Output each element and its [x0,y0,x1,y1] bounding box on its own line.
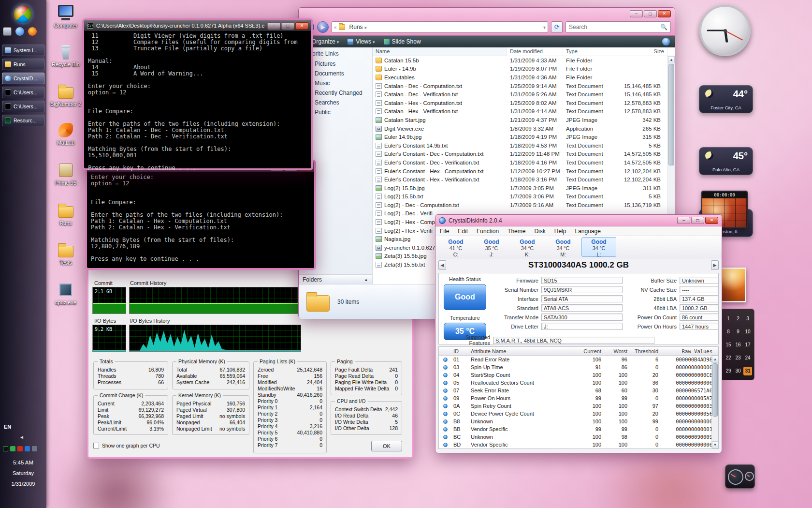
scroll-up-icon[interactable]: ▲ [668,56,675,63]
file-row[interactable]: Log(2) 15.5b.jpg 1/7/2009 3:05 PM JPEG I… [373,184,675,193]
address-bar[interactable]: « Runs ▸ ▾ [332,21,548,33]
crystaldiskinfo-titlebar[interactable]: CrystalDiskInfo 2.0.4 [435,215,722,226]
desktop-icon[interactable]: BigNumber 2 [47,83,84,107]
calendar-day[interactable]: 30 [734,367,742,375]
file-row[interactable]: Digit Viewer.exe 1/8/2009 3:32 AM Applic… [373,124,675,133]
help-icon[interactable]: ? [662,38,670,45]
file-row[interactable]: Euler 14.9b.jpg 1/18/2009 4:19 PM JPEG I… [373,133,675,141]
calendar-day[interactable]: 15 [724,341,733,349]
smart-col-threshold[interactable]: Threshold [629,348,660,354]
taskbar-button[interactable]: Runs [2,59,44,70]
desktop-icon[interactable]: Tests [47,242,84,266]
quick-launch-icon[interactable] [3,27,12,36]
tray-collapse-icon[interactable]: ◄ [19,434,24,440]
menu-item[interactable]: Edit [453,228,472,235]
menu-item[interactable]: Theme [503,228,530,235]
close-button[interactable] [658,10,671,17]
file-row[interactable]: Euler's Constant - Dec - Computation.txt… [373,150,675,159]
smart-attribute-row[interactable]: BD Vendor Specific 100 100 0 00000000000… [439,441,718,448]
menu-item[interactable]: Disk [530,228,550,235]
taskbar-clock-date[interactable]: 1/31/2009 [0,481,46,487]
weather-gadget[interactable]: 45° Palo Alto, CA [699,147,753,175]
chevron-up-icon[interactable]: ▲ [364,277,368,282]
taskbar-button[interactable]: C:\Users... [2,101,44,112]
column-header-date[interactable]: Date modified [507,47,563,56]
column-header-type[interactable]: Type [563,47,617,56]
file-row[interactable]: Catalan - Hex - Verification.txt 1/31/20… [373,107,675,116]
taskbar-button[interactable]: C:\Users... [2,87,44,98]
smart-col-id[interactable]: ID [451,348,469,354]
menu-item[interactable]: Help [550,228,571,235]
drive-tab[interactable]: Good 34 °C K: [510,237,545,257]
smart-col-worst[interactable]: Worst [603,348,629,354]
views-button[interactable]: Views [348,38,375,45]
smart-table-scrollbar[interactable]: ▲ ▼ [711,356,718,448]
smart-attribute-row[interactable]: 09 Power-On Hours 99 99 0 0000000005A7 [439,394,718,402]
clock-gadget[interactable] [699,5,751,56]
maximize-button[interactable] [691,217,704,224]
desktop-icon[interactable]: Prime 95 [47,162,84,186]
previous-disk-button[interactable]: ◀ [438,260,446,270]
file-row[interactable]: Euler's Constant - Dec - Verification.tx… [373,158,675,167]
slideshow-button[interactable]: Slide Show [384,38,421,45]
desktop-icon[interactable]: Recycle Bin [47,44,84,67]
minimize-button[interactable] [267,22,280,30]
menu-item[interactable]: File [435,228,453,235]
calendar-day[interactable]: 2 [734,314,742,323]
smart-attribute-row[interactable]: B8 Unknown 100 100 99 000000000000 [439,418,718,425]
scroll-up-icon[interactable]: ▲ [712,356,718,363]
ok-button[interactable]: OK [371,441,402,451]
search-input[interactable] [569,24,660,30]
taskbar-button[interactable]: CrystalD... [2,73,44,84]
tray-icon-blue[interactable] [25,446,30,451]
scroll-down-icon[interactable]: ▼ [712,441,718,448]
smart-attribute-row[interactable]: 05 Reallocated Sectors Count 100 100 36 … [439,379,718,387]
smart-attribute-row[interactable]: BC Unknown 100 98 0 006000090009 [439,433,718,441]
calendar-day[interactable]: 17 [743,341,752,349]
search-icon[interactable]: 🔍 [660,24,667,30]
column-header-name[interactable]: Name [373,47,507,56]
calendar-gadget[interactable]: 1 2 3 8 9 10 15 16 17 22 [722,309,754,380]
smart-attribute-row[interactable]: 04 Start/Stop Count 100 100 20 000000000… [439,371,718,379]
language-indicator[interactable]: EN [4,424,11,430]
tray-icon-app[interactable] [3,446,8,451]
tray-icon-alert[interactable] [17,446,23,451]
file-row[interactable]: Euler - 14.9b 1/19/2009 8:07 PM File Fol… [373,65,675,74]
file-row[interactable]: Executables 1/31/2009 4:36 AM File Folde… [373,73,675,82]
file-row[interactable]: Catalan - Dec - Computation.txt 1/25/200… [373,82,675,90]
drive-tab[interactable]: Good 34 °C L: [581,237,616,257]
close-button[interactable] [705,217,718,224]
file-row[interactable]: Log(2) - Dec - Computation.txt 1/7/2009 … [373,201,675,209]
refresh-button[interactable]: ⟳ [551,21,563,33]
scrollbar-thumb[interactable] [668,64,674,165]
menu-item[interactable]: Language [570,228,605,235]
menu-item[interactable]: Function [472,228,503,235]
console-output[interactable]: Enter your choice:option = 12File Compar… [87,172,314,264]
file-row[interactable]: Euler's Constant 14.9b.txt 1/18/2009 4:5… [373,141,675,150]
breadcrumb-current-folder[interactable]: Runs [349,24,363,30]
smart-attribute-row[interactable]: 0C Device Power Cycle Count 100 100 20 0… [439,410,718,418]
calendar-day[interactable]: 23 [734,354,742,362]
calendar-day[interactable]: 9 [734,328,742,336]
breadcrumb-arrow-icon[interactable]: ▸ [365,25,367,30]
health-status-value[interactable]: Good [444,284,486,310]
cpu-meter-gadget[interactable] [725,464,755,489]
taskbar-button[interactable]: Resourc... [2,115,44,126]
calendar-day[interactable]: 16 [734,341,742,349]
smart-attribute-row[interactable]: BB Vendor Specific 99 99 0 000000000001 [439,425,718,433]
smart-attribute-row[interactable]: 03 Spin-Up Time 91 86 0 000000000000 [439,363,718,371]
scrollbar-thumb[interactable] [712,363,718,417]
file-row[interactable]: Euler's Constant - Hex - Verification.tx… [373,175,675,184]
taskbar-button[interactable]: System I... [2,45,44,56]
minimize-button[interactable] [677,217,690,224]
desktop-icon[interactable]: MatLab [47,122,84,146]
calendar-day[interactable]: 29 [724,367,733,375]
calendar-day[interactable]: 1 [724,314,733,323]
smart-col-current[interactable]: Current [575,348,603,354]
search-box[interactable]: 🔍 [566,21,671,33]
minimize-button[interactable] [630,10,643,17]
quick-launch-icon[interactable] [15,27,24,36]
console-titlebar[interactable]: C:\ C:\Users\Alex\Desktop\Runs\y-crunche… [84,20,311,31]
show-one-graph-checkbox[interactable]: Show one graph per CPU [93,443,160,448]
address-dropdown-icon[interactable]: ▾ [543,25,546,30]
